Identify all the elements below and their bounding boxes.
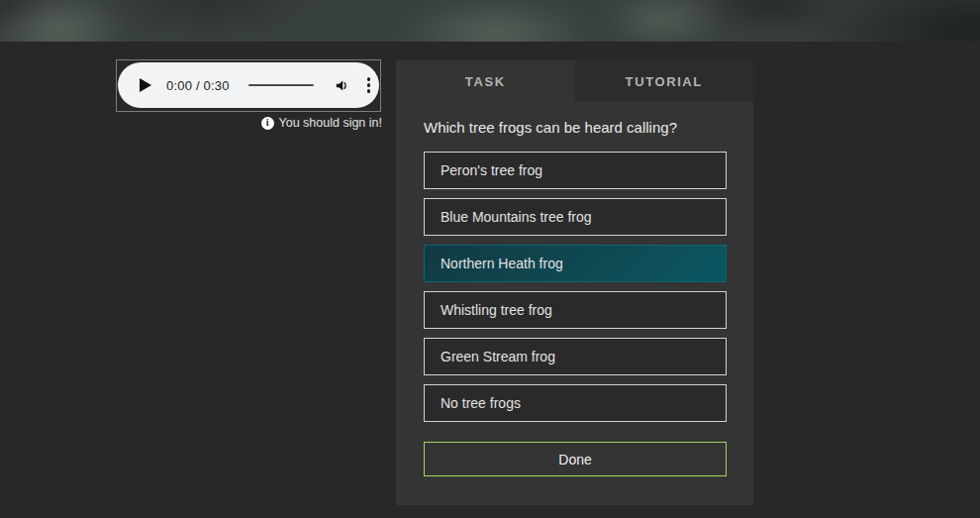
answer-option[interactable]: Peron's tree frog <box>424 152 727 189</box>
answer-option[interactable]: Blue Mountains tree frog <box>424 198 727 236</box>
tab-bar: TASK TUTORIAL <box>396 60 753 102</box>
blurred-nature-image <box>0 0 980 42</box>
answer-option[interactable]: Whistling tree frog <box>424 291 727 329</box>
audio-time-display: 0:00 / 0:30 <box>166 78 230 93</box>
answer-option[interactable]: Green Stream frog <box>424 338 727 375</box>
audio-player: 0:00 / 0:30 <box>116 59 381 112</box>
signin-note-text: You should sign in! <box>279 116 382 130</box>
info-icon: i <box>261 117 274 130</box>
header-photo <box>0 0 980 42</box>
volume-icon[interactable] <box>334 77 350 94</box>
task-panel: TASK TUTORIAL Which tree frogs can be he… <box>396 60 753 505</box>
app-window: 0:00 / 0:30 i You should sign in! TASK T… <box>0 0 980 518</box>
answer-option[interactable]: Northern Heath frog <box>424 245 727 282</box>
question-text: Which tree frogs can be heard calling? <box>424 119 726 136</box>
tab-task[interactable]: TASK <box>396 60 575 102</box>
answer-option[interactable]: No tree frogs <box>424 384 727 422</box>
audio-seek-bar[interactable] <box>248 84 314 86</box>
audio-overflow-menu-icon[interactable] <box>365 75 373 95</box>
answer-options: Peron's tree frog Blue Mountains tree fr… <box>424 152 727 422</box>
audio-player-controls: 0:00 / 0:30 <box>118 62 379 108</box>
tab-tutorial[interactable]: TUTORIAL <box>575 60 754 102</box>
done-button[interactable]: Done <box>424 442 727 476</box>
play-button-icon[interactable] <box>140 78 151 92</box>
signin-note: i You should sign in! <box>116 116 382 130</box>
